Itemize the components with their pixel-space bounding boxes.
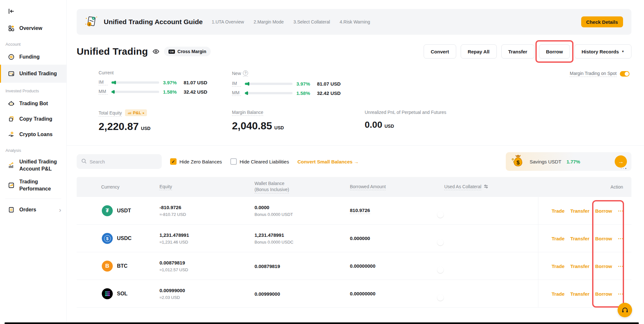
trade-link[interactable]: Trade (552, 208, 564, 214)
search-icon (81, 158, 87, 165)
trade-link[interactable]: Trade (552, 291, 564, 297)
sidebar-item-unified-trading[interactable]: Unified Trading (0, 65, 66, 83)
pnl-badge[interactable]: P&L▸ (125, 109, 147, 116)
hide-zero-label: Hide Zero Balances (179, 159, 222, 164)
borrowed-value: 810.9726 (350, 208, 370, 214)
wallet-cell: 0.00879819 (255, 264, 350, 269)
savings-promo-banner[interactable]: $ Savings USDT 1.77% → (506, 152, 631, 171)
sidebar-collapse-icon[interactable] (8, 8, 15, 15)
col-borrowed-amount[interactable]: Borrowed Amount (350, 184, 444, 190)
question-circle-icon[interactable]: ? (243, 70, 248, 76)
search-box[interactable] (77, 154, 162, 169)
caret-down-icon: ▼ (621, 50, 624, 53)
action-cell: Trade Transfer Borrow ⋯ (538, 197, 631, 225)
transfer-link[interactable]: Transfer (570, 236, 589, 241)
sidebar-item-trading-performance[interactable]: Trading Performance (0, 175, 66, 195)
currency-cell: $ USDC (77, 233, 159, 244)
sidebar-item-uta-pnl[interactable]: Unified Trading Account P&L (0, 155, 66, 175)
sidebar-item-label: Crypto Loans (19, 131, 62, 138)
wallet-value: 1,231.478991 (255, 232, 350, 238)
margin-mode-badge[interactable]: CM Cross Margin (164, 47, 211, 56)
mm-usd: 32.42 USD (184, 89, 207, 95)
borrow-link[interactable]: Borrow (595, 208, 612, 214)
hand-coin-icon (8, 131, 15, 138)
svg-text:$: $ (88, 23, 90, 26)
history-records-button[interactable]: History Records ▼ (574, 44, 631, 59)
overview-grid-icon (8, 25, 15, 32)
more-actions-icon[interactable]: ⋯ (618, 208, 624, 214)
convert-button[interactable]: Convert (424, 44, 456, 59)
chevron-right-icon: › (59, 207, 61, 213)
svg-text:$: $ (516, 159, 520, 166)
transfer-button[interactable]: Transfer (501, 44, 534, 59)
col-equity[interactable]: Equity (159, 184, 255, 190)
margin-balance-block: Margin Balance 2,040.85USD (232, 109, 365, 136)
more-actions-icon[interactable]: ⋯ (618, 235, 624, 242)
wallet-header-line1: Wallet Balance (255, 181, 350, 187)
transfer-link[interactable]: Transfer (570, 291, 589, 297)
col-wallet-balance[interactable]: Wallet Balance (Bonus Inclusive) (255, 181, 350, 194)
wallet-cell: 1,231.478991 Bonus 0.0000 USDC (255, 232, 350, 245)
mm-usd-new: 32.42 USD (317, 90, 341, 96)
more-actions-icon[interactable]: ⋯ (618, 263, 624, 270)
coin-symbol: SOL (117, 291, 128, 297)
more-actions-icon[interactable]: ⋯ (618, 291, 624, 297)
savings-rate: 1.77% (566, 159, 580, 164)
col-used-as-collateral[interactable]: Used As Collateral (444, 184, 538, 190)
borrow-link[interactable]: Borrow (595, 291, 612, 297)
checkbox-unchecked-icon[interactable] (230, 158, 237, 165)
sidebar-item-label: Trading Bot (19, 100, 62, 107)
sidebar: Overview Account Funding Unified Trading… (0, 0, 67, 324)
sidebar-item-overview[interactable]: Overview (0, 21, 66, 36)
history-records-label: History Records (582, 49, 619, 54)
trade-link[interactable]: Trade (552, 264, 564, 269)
sidebar-item-copy-trading[interactable]: Copy Trading (0, 111, 66, 127)
borrow-link[interactable]: Borrow (595, 264, 612, 269)
filter-sliders-icon[interactable] (484, 184, 488, 190)
sidebar-item-label: Overview (19, 25, 62, 32)
sidebar-item-label: Orders (19, 206, 54, 213)
borrowed-value: 0.000000 (350, 236, 370, 241)
borrowed-cell: 810.9726 (350, 208, 444, 214)
convert-small-balances-link[interactable]: Convert Small Balances → (297, 159, 359, 164)
mm-progress-bar (111, 91, 159, 93)
transfer-link[interactable]: Transfer (570, 208, 589, 214)
spot-toggle[interactable] (620, 71, 630, 77)
support-chat-button[interactable] (618, 303, 632, 317)
sidebar-item-orders[interactable]: Orders › (0, 202, 66, 218)
borrow-link[interactable]: Borrow (595, 236, 612, 241)
sidebar-item-crypto-loans[interactable]: Crypto Loans (0, 127, 66, 142)
check-details-button[interactable]: Check Details (581, 16, 623, 27)
repay-all-button[interactable]: Repay All (461, 44, 497, 59)
coin-symbol: USDC (117, 236, 131, 241)
equity-cell: 1,231.478991 ≈1,231.46 USD (159, 232, 255, 245)
borrowed-value: 0.00000000 (350, 291, 375, 296)
visibility-eye-icon[interactable] (152, 48, 159, 55)
performance-icon (8, 182, 15, 189)
transfer-link[interactable]: Transfer (570, 264, 589, 269)
wallet-value: 0.00879819 (255, 264, 350, 269)
borrow-button[interactable]: Borrow (539, 44, 570, 59)
search-input[interactable] (90, 159, 157, 164)
margin-balance-value: 2,040.85USD (232, 120, 365, 132)
wallet-bonus: Bonus 0.0000 USDT (255, 212, 350, 217)
hide-cleared-label: Hide Cleared Liabilities (240, 159, 289, 164)
equity-value: 0.00879819 (159, 260, 255, 265)
hide-cleared-liabilities-checkbox[interactable]: Hide Cleared Liabilities (230, 158, 289, 165)
hide-zero-balances-checkbox[interactable]: ✓ Hide Zero Balances (170, 158, 222, 165)
sidebar-item-trading-bot[interactable]: Trading Bot (0, 96, 66, 111)
equity-value: 1,231.478991 (159, 232, 255, 238)
im-row: IM 3.97% 81.07 USD (99, 78, 232, 87)
savings-arrow-button[interactable]: → (615, 155, 627, 168)
guide-illustration-icon: $ (84, 14, 99, 29)
im-label: IM (99, 79, 108, 85)
window-bottom-bar (5, 322, 639, 324)
sidebar-item-label: Trading Performance (19, 178, 62, 192)
sidebar-item-funding[interactable]: Funding (0, 49, 66, 65)
borrowed-cell: 0.00000000 (350, 263, 444, 269)
im-usd: 81.07 USD (184, 80, 207, 85)
trade-link[interactable]: Trade (552, 236, 564, 241)
page-title: Unified Trading (77, 46, 148, 57)
checkbox-checked-icon[interactable]: ✓ (170, 158, 177, 165)
col-currency: Currency (77, 184, 159, 190)
